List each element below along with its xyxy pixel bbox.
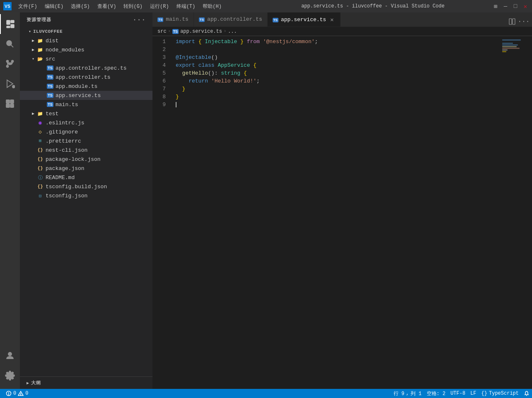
activity-bar (0, 12, 20, 389)
status-position[interactable]: 行 9, 列 1 (391, 389, 424, 398)
menu-goto[interactable]: 转到(G) (120, 2, 146, 11)
tab-service[interactable]: TS app.service.ts ✕ (268, 12, 341, 27)
menu-file[interactable]: 文件(F) (15, 2, 41, 11)
status-lang-braces: {} (481, 391, 487, 396)
tree-item-test[interactable]: ▶ 📁 test (20, 109, 152, 118)
activity-settings[interactable] (0, 366, 20, 386)
error-count: 0 (13, 391, 16, 396)
tree-item-nest-cli[interactable]: ▶ {} nest-cli.json (20, 146, 152, 155)
status-bell[interactable] (521, 389, 532, 398)
readme-icon: ⓘ (36, 174, 44, 181)
more-actions-btn[interactable]: ··· (519, 17, 529, 27)
tree-item-gitignore[interactable]: ▶ ◇ .gitignore (20, 127, 152, 136)
json-icon: {} (36, 165, 44, 172)
menu-help[interactable]: 帮助(H) (199, 2, 225, 11)
svg-marker-12 (7, 80, 13, 87)
fn-parens: (): (208, 69, 221, 77)
ts-file-icon: TS (46, 92, 54, 99)
menu-run[interactable]: 运行(R) (147, 2, 172, 11)
tab-close-btn[interactable]: ✕ (329, 16, 335, 23)
breadcrumb-sep2: › (224, 29, 226, 34)
editor-area: TS main.ts TS app.controller.ts TS app.s… (152, 12, 532, 389)
breadcrumb-src[interactable]: src (157, 29, 167, 34)
tree-item-tsconfig-build[interactable]: ▶ {} tsconfig.build.json (20, 182, 152, 191)
kw-from: from (247, 38, 260, 46)
activity-explorer[interactable] (0, 14, 20, 34)
line-num-9: 9 (152, 101, 169, 109)
menu-select[interactable]: 选择(S) (68, 2, 93, 11)
json-icon: {} (36, 183, 44, 190)
breadcrumb-file[interactable]: app.service.ts (180, 29, 222, 34)
package-label: package.json (46, 165, 85, 172)
tree-root-folder[interactable]: ▾ ILUVCOFFEE (20, 27, 152, 36)
folder-icon: 📁 (36, 46, 44, 53)
activity-account[interactable] (0, 346, 20, 366)
maximize-btn[interactable]: □ (512, 3, 519, 10)
tree-item-module[interactable]: ▶ TS app.module.ts (20, 82, 152, 91)
tree-item-eslint[interactable]: ▶ ◉ .eslintrc.js (20, 118, 152, 127)
svg-text:VS: VS (5, 4, 10, 9)
str-hello: 'Hello World!' (211, 77, 256, 85)
code-content[interactable]: import { Injectable } from '@nestjs/comm… (172, 36, 499, 389)
close-btn[interactable]: ✕ (522, 3, 529, 10)
menu-edit[interactable]: 编辑(E) (41, 2, 67, 11)
status-encoding[interactable]: UTF-8 (448, 389, 468, 398)
activity-source-control[interactable] (0, 54, 20, 74)
outline-panel[interactable]: ▶ 大纲 (20, 376, 152, 389)
status-spaces[interactable]: 空格: 2 (424, 389, 448, 398)
code-line-3: @Injectable () (172, 53, 499, 61)
line-numbers: 1 2 3 4 5 6 7 8 9 (152, 36, 172, 389)
status-language[interactable]: {} TypeScript (479, 389, 521, 398)
tree-item-tsconfig[interactable]: ▶ ⊡ tsconfig.json (20, 191, 152, 200)
status-right: 行 9, 列 1 空格: 2 UTF-8 LF {} TypeScript (391, 389, 532, 398)
split-editor-btn[interactable] (507, 17, 517, 27)
svg-point-27 (21, 395, 21, 395)
minimize-btn[interactable]: — (502, 3, 509, 10)
code-line-4: export class AppService { (172, 61, 499, 69)
tree-item-service[interactable]: ▶ TS app.service.ts (20, 91, 152, 100)
svg-point-25 (9, 395, 9, 395)
svg-rect-5 (7, 26, 10, 28)
test-arrow: ▶ (30, 110, 36, 117)
tab-main-ts[interactable]: TS main.ts (152, 12, 194, 27)
nest-cli-label: nest-cli.json (46, 147, 87, 153)
svg-rect-16 (10, 100, 14, 103)
layout-btn[interactable]: ⊞ (492, 3, 499, 10)
status-eol[interactable]: LF (468, 389, 479, 398)
breadcrumb-more[interactable]: ... (228, 29, 237, 34)
tree-item-readme[interactable]: ▶ ⓘ README.md (20, 173, 152, 182)
tree-item-dist[interactable]: ▶ 📁 dist (20, 36, 152, 45)
cls-appservice: AppService (218, 61, 250, 69)
activity-search[interactable] (0, 34, 20, 54)
svg-rect-2 (7, 20, 10, 24)
activity-run[interactable] (0, 74, 20, 94)
tree-item-main[interactable]: ▶ TS main.ts (20, 100, 152, 109)
line-num-7: 7 (152, 85, 169, 93)
space (208, 77, 211, 85)
tree-item-prettier[interactable]: ▶ ≡ .prettierrc (20, 136, 152, 146)
brace-open: { (198, 38, 202, 46)
breadcrumb: src › TS app.service.ts › ... (152, 27, 532, 36)
tree-item-package[interactable]: ▶ {} package.json (20, 164, 152, 173)
tree-item-node-modules[interactable]: ▶ 📁 node_modules (20, 45, 152, 54)
menu-view[interactable]: 查看(V) (94, 2, 120, 11)
minimap-line-6 (502, 48, 520, 49)
code-line-8: } (172, 93, 499, 101)
package-lock-label: package-lock.json (46, 156, 101, 163)
tree-item-src[interactable]: ▾ 📂 src (20, 54, 152, 63)
space (201, 38, 205, 46)
empty (176, 46, 179, 53)
status-errors[interactable]: 0 0 (3, 389, 31, 398)
svg-point-19 (8, 352, 12, 356)
eslint-icon: ◉ (36, 119, 44, 126)
tree-item-controller-spec[interactable]: ▶ TS app.controller.spec.ts (20, 63, 152, 73)
tree-item-controller[interactable]: ▶ TS app.controller.ts (20, 73, 152, 82)
menu-bar: 文件(F) 编辑(E) 选择(S) 查看(V) 转到(G) 运行(R) 终端(T… (15, 2, 254, 11)
activity-extensions[interactable] (0, 94, 20, 114)
menu-terminal[interactable]: 终端(T) (173, 2, 199, 11)
tab-controller[interactable]: TS app.controller.ts (194, 12, 268, 27)
svg-rect-18 (10, 104, 14, 107)
class-open: { (253, 61, 256, 69)
tree-item-package-lock[interactable]: ▶ {} package-lock.json (20, 155, 152, 164)
sidebar-more-btn[interactable]: ··· (133, 16, 146, 24)
